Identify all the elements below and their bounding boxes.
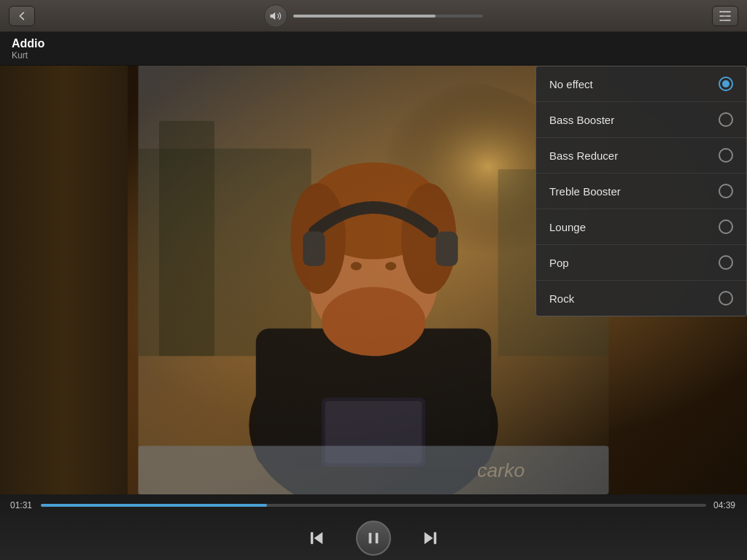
settings-button[interactable] [712,6,738,26]
song-info-bar: Addio Kurt [0,32,747,66]
back-icon [16,10,28,22]
svg-point-20 [322,287,425,356]
svg-rect-34 [376,533,379,544]
volume-slider-fill [293,15,436,18]
volume-icon [269,9,282,23]
next-button[interactable] [420,528,441,548]
next-icon [420,528,441,548]
effect-radio-bass-reducer [719,148,733,163]
svg-marker-31 [314,532,323,544]
svg-marker-35 [425,532,433,544]
time-current: 01:31 [10,500,34,510]
effect-item-no-effect[interactable]: No effect [536,66,746,102]
effect-radio-treble-booster [719,184,733,198]
progress-bar-container: 01:31 04:39 [0,494,747,516]
playback-buttons [0,516,747,560]
effect-label-lounge: Lounge [549,221,586,233]
progress-fill [41,504,267,507]
volume-control [35,4,712,28]
effect-label-pop: Pop [549,257,569,269]
time-total: 04:39 [713,500,737,510]
effect-item-pop[interactable]: Pop [536,245,746,281]
effect-item-bass-reducer[interactable]: Bass Reducer [536,138,746,174]
svg-rect-23 [303,232,325,266]
effect-radio-rock [719,291,733,306]
song-title: Addio [12,37,44,50]
svg-text:carko: carko [477,459,525,481]
left-sidebar [0,66,128,560]
effect-radio-no-effect [719,77,733,91]
volume-icon-button[interactable] [264,4,287,28]
main-content: carko 01:31 04:39 [0,66,747,560]
svg-rect-6 [721,20,724,21]
svg-rect-32 [311,532,314,544]
svg-rect-36 [434,532,437,544]
svg-rect-3 [724,15,726,17]
svg-rect-33 [369,533,372,544]
effect-label-no-effect: No effect [549,78,593,90]
effect-item-bass-booster[interactable]: Bass Booster [536,102,746,138]
pause-icon [365,530,382,546]
play-pause-button[interactable] [356,521,391,556]
settings-icon [718,9,732,23]
previous-icon [306,528,327,548]
svg-point-22 [385,262,396,270]
effect-radio-pop [719,255,733,270]
effect-item-lounge[interactable]: Lounge [536,209,746,245]
back-button[interactable] [9,6,35,26]
effect-item-rock[interactable]: Rock [536,281,746,316]
effect-label-rock: Rock [549,292,574,305]
effect-radio-bass-booster [719,112,733,127]
svg-rect-29 [139,446,609,494]
svg-rect-12 [159,121,214,356]
bottom-controls: 01:31 04:39 [0,494,747,560]
effect-item-treble-booster[interactable]: Treble Booster [536,174,746,209]
top-bar [0,0,747,32]
effect-label-bass-booster: Bass Booster [549,114,614,126]
song-artist: Kurt [12,50,28,61]
effect-radio-lounge [719,219,733,234]
previous-button[interactable] [306,528,327,548]
effects-dropdown: No effectBass BoosterBass ReducerTreble … [535,66,747,316]
svg-rect-24 [436,232,457,266]
effect-label-bass-reducer: Bass Reducer [549,149,618,162]
svg-point-21 [351,262,362,270]
volume-slider-track[interactable] [293,15,483,18]
effect-label-treble-booster: Treble Booster [549,185,621,198]
progress-track[interactable] [41,504,706,507]
